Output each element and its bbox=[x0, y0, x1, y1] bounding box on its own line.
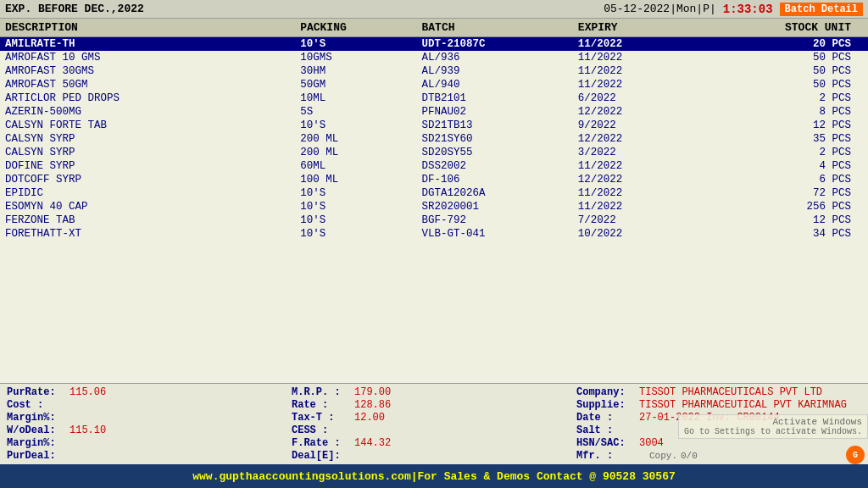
date-display: 05-12-2022|Mon|P| bbox=[604, 3, 716, 15]
cell-col-desc: CALSYN SYRP bbox=[0, 146, 295, 159]
mfr-row: Mfr. : Copy. 0/0 bbox=[576, 450, 861, 462]
cell-col-pack: 200 ML bbox=[295, 146, 416, 159]
table-row[interactable]: AMROFAST 50GM50GMAL/94011/202250 PCS bbox=[0, 78, 868, 92]
table-row[interactable]: CALSYN FORTE TAB10'SSD21TB139/202212 PCS bbox=[0, 119, 868, 132]
pur-rate-value: 115.06 bbox=[70, 386, 106, 398]
rate-row: Rate : 128.86 bbox=[292, 399, 576, 411]
inventory-table: DESCRIPTION PACKING BATCH EXPIRY STOCK U… bbox=[0, 19, 868, 241]
table-row[interactable]: DOTCOFF SYRP100 MLDF-10612/20226 PCS bbox=[0, 173, 868, 186]
cell-col-desc: CALSYN FORTE TAB bbox=[0, 119, 295, 132]
col-header-stock: STOCK UNIT bbox=[703, 19, 868, 37]
cell-col-expiry: 11/2022 bbox=[573, 78, 704, 92]
table-row[interactable]: CALSYN SYRP200 MLSD20SY553/20222 PCS bbox=[0, 146, 868, 159]
cell-col-batch: DSS2002 bbox=[417, 159, 573, 173]
cell-col-pack: 5S bbox=[295, 105, 416, 119]
top-bar-right: 05-12-2022|Mon|P| 1:33:03 Batch Detail bbox=[604, 3, 863, 16]
pur-rate-row: PurRate: 115.06 bbox=[7, 386, 292, 398]
table-row[interactable]: FORETHATT-XT10'SVLB-GT-04110/202234 PCS bbox=[0, 227, 868, 241]
cell-col-pack: 10'S bbox=[295, 214, 416, 227]
mrp-value: 179.00 bbox=[354, 386, 391, 398]
footer-bar: www.gupthaaccountingsolutions.com | For … bbox=[0, 464, 868, 488]
cell-col-stock: 35 PCS bbox=[703, 132, 868, 146]
tax-row: Tax-T : 12.00 bbox=[292, 412, 576, 424]
cell-col-expiry: 12/2022 bbox=[573, 173, 704, 186]
table-row[interactable]: CALSYN SYRP200 MLSD21SY6012/202235 PCS bbox=[0, 132, 868, 146]
cell-col-pack: 100 ML bbox=[295, 173, 416, 186]
col-header-batch: BATCH bbox=[417, 19, 573, 37]
info-col-2: M.R.P. : 179.00 Rate : 128.86 Tax-T : 12… bbox=[292, 386, 576, 462]
cell-col-desc: CALSYN SYRP bbox=[0, 132, 295, 146]
cess-label: CESS : bbox=[292, 424, 351, 436]
company-value: TISSOT PHARMACEUTICALS PVT LTD bbox=[639, 386, 822, 398]
cell-col-pack: 60ML bbox=[295, 159, 416, 173]
cell-col-stock: 50 PCS bbox=[703, 78, 868, 92]
table-row[interactable]: ARTICLOR PED DROPS10MLDTB21016/20222 PCS bbox=[0, 92, 868, 105]
cell-col-desc: DOFINE SYRP bbox=[0, 159, 295, 173]
cell-col-batch: PFNAU02 bbox=[417, 105, 573, 119]
table-row[interactable]: AZERIN-500MG5SPFNAU0212/20228 PCS bbox=[0, 105, 868, 119]
cell-col-batch: SD21TB13 bbox=[417, 119, 573, 132]
supplie-label: Supplie: bbox=[576, 399, 636, 411]
cell-col-expiry: 12/2022 bbox=[573, 132, 704, 146]
cell-col-stock: 12 PCS bbox=[703, 214, 868, 227]
col-header-description: DESCRIPTION bbox=[0, 19, 295, 37]
cell-col-expiry: 12/2022 bbox=[573, 105, 704, 119]
cell-col-desc: AMROFAST 10 GMS bbox=[0, 51, 295, 64]
footer-text1: www.gupthaaccountingsolutions.com bbox=[192, 470, 410, 483]
cell-col-batch: AL/940 bbox=[417, 78, 573, 92]
cell-col-expiry: 7/2022 bbox=[573, 214, 704, 227]
cell-col-batch: AL/936 bbox=[417, 51, 573, 64]
cell-col-desc: DOTCOFF SYRP bbox=[0, 173, 295, 186]
copy-value: 0/0 bbox=[681, 451, 698, 461]
cell-col-desc: ESOMYN 40 CAP bbox=[0, 200, 295, 214]
cell-col-desc: FERZONE TAB bbox=[0, 214, 295, 227]
hsn-label: HSN/SAC: bbox=[576, 437, 636, 449]
cell-col-stock: 72 PCS bbox=[703, 186, 868, 200]
margin-label: Margin%: bbox=[7, 412, 66, 424]
company-label: Company: bbox=[576, 386, 636, 398]
cell-col-batch: UDT-21087C bbox=[417, 37, 573, 52]
cell-col-batch: AL/939 bbox=[417, 64, 573, 78]
table-row[interactable]: AMROFAST 10 GMS10GMSAL/93611/202250 PCS bbox=[0, 51, 868, 64]
cell-col-pack: 10ML bbox=[295, 92, 416, 105]
cell-col-expiry: 9/2022 bbox=[573, 119, 704, 132]
bottom-panel: PurRate: 115.06 Cost : Margin%: W/oDeal:… bbox=[0, 383, 868, 464]
mrp-row: M.R.P. : 179.00 bbox=[292, 386, 576, 398]
deal-el-row: Deal[E]: bbox=[292, 450, 576, 462]
cell-col-stock: 4 PCS bbox=[703, 159, 868, 173]
cost-row: Cost : bbox=[7, 399, 292, 411]
hsn-value: 3004 bbox=[639, 437, 664, 449]
cell-col-pack: 10'S bbox=[295, 227, 416, 241]
rate-label: Rate : bbox=[292, 399, 351, 411]
wo-deal-row: W/oDeal: 115.10 bbox=[7, 424, 292, 436]
date-label: Date : bbox=[576, 412, 636, 424]
activate-line1: Activate Windows bbox=[684, 417, 862, 427]
cell-col-pack: 10GMS bbox=[295, 51, 416, 64]
margin2-label: Margin%: bbox=[7, 437, 66, 449]
table-row[interactable]: ESOMYN 40 CAP10'SSR202000111/2022256 PCS bbox=[0, 200, 868, 214]
deal-el-label: Deal[E]: bbox=[292, 450, 351, 462]
table-area: DESCRIPTION PACKING BATCH EXPIRY STOCK U… bbox=[0, 19, 868, 383]
salt-label: Salt : bbox=[576, 424, 636, 436]
cell-col-desc: AMROFAST 30GMS bbox=[0, 64, 295, 78]
wo-deal-label: W/oDeal: bbox=[7, 424, 66, 436]
tax-label: Tax-T : bbox=[292, 412, 351, 424]
f-rate-label: F.Rate : bbox=[292, 437, 351, 449]
cell-col-stock: 12 PCS bbox=[703, 119, 868, 132]
mrp-label: M.R.P. : bbox=[292, 386, 351, 398]
f-rate-value: 144.32 bbox=[354, 437, 391, 449]
table-row[interactable]: FERZONE TAB10'SBGF-7927/202212 PCS bbox=[0, 214, 868, 227]
table-row[interactable]: DOFINE SYRP60MLDSS200211/20224 PCS bbox=[0, 159, 868, 173]
table-row[interactable]: AMROFAST 30GMS30HMAL/93911/202250 PCS bbox=[0, 64, 868, 78]
hsn-row: HSN/SAC: 3004 bbox=[576, 437, 861, 449]
cell-col-pack: 10'S bbox=[295, 119, 416, 132]
table-header-row: DESCRIPTION PACKING BATCH EXPIRY STOCK U… bbox=[0, 19, 868, 37]
footer-text2: For Sales & Demos Contact @ 90528 30567 bbox=[418, 470, 676, 483]
cell-col-stock: 34 PCS bbox=[703, 227, 868, 241]
table-row[interactable]: AMILRATE-TH10'SUDT-21087C11/202220 PCS bbox=[0, 37, 868, 52]
cell-col-desc: FORETHATT-XT bbox=[0, 227, 295, 241]
cell-col-expiry: 11/2022 bbox=[573, 37, 704, 52]
cell-col-batch: DGTA12026A bbox=[417, 186, 573, 200]
cell-col-expiry: 11/2022 bbox=[573, 186, 704, 200]
table-row[interactable]: EPIDIC10'SDGTA12026A11/202272 PCS bbox=[0, 186, 868, 200]
